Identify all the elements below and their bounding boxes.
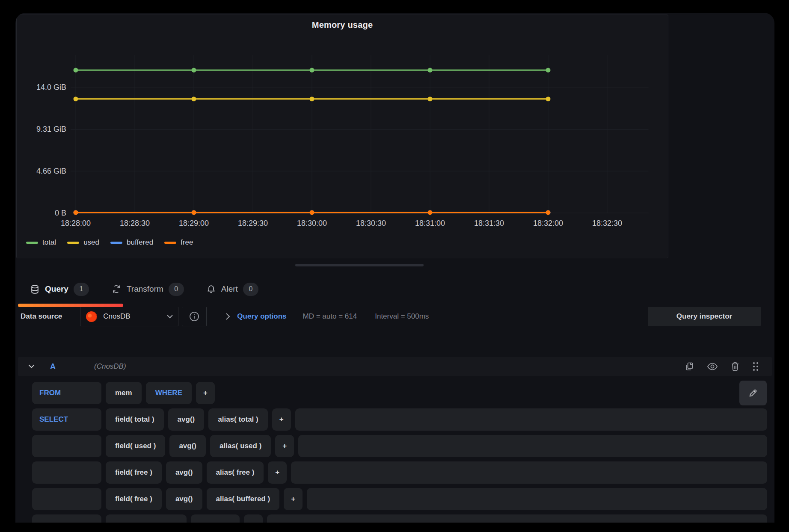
query-row-filler xyxy=(267,514,767,523)
query-part[interactable]: field( free ) xyxy=(106,461,162,484)
legend-item-free[interactable]: free xyxy=(164,238,193,247)
query-options-md-summary: MD = auto = 614 xyxy=(303,312,357,321)
svg-text:18:32:30: 18:32:30 xyxy=(592,219,622,228)
add-part-button[interactable]: + xyxy=(284,488,303,510)
svg-text:18:31:00: 18:31:00 xyxy=(415,219,445,228)
info-icon xyxy=(189,311,200,322)
query-options-toggle[interactable]: Query options xyxy=(237,312,286,321)
svg-text:0 B: 0 B xyxy=(55,209,66,217)
datasource-select[interactable]: CnosDB xyxy=(80,307,178,326)
legend-label: total xyxy=(42,238,56,247)
query-part[interactable]: avg() xyxy=(166,461,202,484)
editor-tabbar: Query 1 Transform 0 Alert 0 xyxy=(15,275,774,304)
row-label-spacer xyxy=(32,461,101,484)
keyword-from: FROM xyxy=(32,382,101,404)
svg-text:18:32:00: 18:32:00 xyxy=(533,219,563,228)
add-part-button[interactable]: + xyxy=(275,435,294,457)
query-part[interactable]: alias( free ) xyxy=(207,461,264,484)
query-part[interactable]: field( used ) xyxy=(106,435,165,457)
query-options-interval-summary: Interval = 500ms xyxy=(375,312,429,321)
query-inspector-button[interactable]: Query inspector xyxy=(648,307,761,326)
svg-text:18:29:00: 18:29:00 xyxy=(179,219,209,228)
query-builder: FROMmemWHERE+SELECTfield( total )avg()al… xyxy=(32,382,767,523)
query-part[interactable]: avg() xyxy=(166,488,202,510)
query-part[interactable]: avg() xyxy=(168,408,205,431)
query-ref-header[interactable]: A (CnosDB) xyxy=(18,357,772,376)
chevron-down-icon xyxy=(167,315,173,319)
legend-label: buffered xyxy=(127,238,153,247)
keyword-select: SELECT xyxy=(32,408,101,431)
tab-alert-count: 0 xyxy=(243,283,258,296)
row-label-spacer xyxy=(32,435,101,457)
svg-text:18:28:00: 18:28:00 xyxy=(61,219,91,228)
query-part[interactable]: avg() xyxy=(169,435,206,457)
tab-query[interactable]: Query 1 xyxy=(30,283,89,296)
query-ref-id: A xyxy=(50,362,56,371)
datasource-row: Data source CnosDB Query o xyxy=(15,307,774,331)
datasource-label: Data source xyxy=(21,312,62,321)
trash-icon[interactable] xyxy=(731,362,739,371)
query-part[interactable]: alias( used ) xyxy=(210,435,271,457)
svg-text:18:31:30: 18:31:30 xyxy=(474,219,504,228)
query-row-from: FROMmemWHERE+ xyxy=(32,382,767,404)
query-part[interactable]: alias( total ) xyxy=(208,408,267,431)
eye-icon[interactable] xyxy=(707,362,718,371)
svg-text:18:29:30: 18:29:30 xyxy=(238,219,268,228)
row-spacer xyxy=(219,382,767,404)
query-ref-datasource-hint: (CnosDB) xyxy=(94,362,126,371)
datasource-info-button[interactable] xyxy=(182,307,207,326)
legend-swatch xyxy=(164,242,176,244)
tab-alert[interactable]: Alert 0 xyxy=(206,283,258,296)
legend-item-buffered[interactable]: buffered xyxy=(110,238,153,247)
edit-query-button[interactable] xyxy=(739,381,767,405)
query-part[interactable]: mem xyxy=(106,382,142,404)
query-row-select-4: field( free )avg()alias( buffered )+ xyxy=(32,488,767,510)
query-row-filler xyxy=(295,408,767,431)
row-label-spacer xyxy=(32,488,101,510)
query-part[interactable]: time( $__interval ) xyxy=(106,514,187,523)
datasource-selected-value: CnosDB xyxy=(103,312,130,321)
legend-swatch xyxy=(110,242,122,244)
svg-text:4.66 GiB: 4.66 GiB xyxy=(36,167,66,175)
svg-text:14.0 GiB: 14.0 GiB xyxy=(36,83,66,92)
memory-usage-chart: 0 B4.66 GiB9.31 GiB14.0 GiB18:28:0018:28… xyxy=(17,15,668,258)
query-row-select-3: field( free )avg()alias( free )+ xyxy=(32,461,767,484)
add-part-button[interactable]: + xyxy=(196,382,215,404)
query-part[interactable]: field( total ) xyxy=(106,408,164,431)
transform-icon xyxy=(111,284,122,294)
pencil-icon xyxy=(748,388,758,398)
svg-text:9.31 GiB: 9.31 GiB xyxy=(36,125,66,133)
legend-item-total[interactable]: total xyxy=(26,238,56,247)
query-part[interactable]: field( free ) xyxy=(106,488,162,510)
legend-label: free xyxy=(181,238,193,247)
tab-transform[interactable]: Transform 0 xyxy=(111,283,184,296)
tab-transform-count: 0 xyxy=(169,283,184,296)
query-part[interactable]: WHERE xyxy=(146,382,192,404)
query-row-filler xyxy=(291,461,767,484)
duplicate-icon[interactable] xyxy=(685,362,694,371)
query-part[interactable]: alias( buffered ) xyxy=(207,488,280,510)
chart-legend: totalusedbufferedfree xyxy=(26,238,193,247)
active-tab-indicator xyxy=(18,304,123,307)
bell-icon xyxy=(206,284,216,294)
angle-right-icon[interactable] xyxy=(225,313,230,320)
add-part-button[interactable]: + xyxy=(244,514,263,523)
grafana-panel-editor-window: Memory usage 0 B4.66 GiB9.31 GiB14.0 GiB… xyxy=(15,13,774,523)
legend-swatch xyxy=(67,242,79,244)
query-row-filler xyxy=(307,488,767,510)
drag-handle-icon[interactable] xyxy=(752,361,759,372)
split-resize-handle[interactable] xyxy=(295,264,424,266)
legend-item-used[interactable]: used xyxy=(67,238,99,247)
legend-swatch xyxy=(26,242,38,244)
database-icon xyxy=(30,284,40,294)
add-part-button[interactable]: + xyxy=(272,408,291,431)
keyword-group-by: GROUP BY xyxy=(32,514,101,523)
svg-text:18:30:00: 18:30:00 xyxy=(297,219,327,228)
datasource-row-clip: Data source CnosDB Query o xyxy=(15,307,774,332)
add-part-button[interactable]: + xyxy=(268,461,287,484)
query-part[interactable]: fill( null ) xyxy=(191,514,240,523)
collapse-chevron-icon[interactable] xyxy=(28,364,35,369)
query-row-group-by: GROUP BYtime( $__interval )fill( null )+ xyxy=(32,514,767,523)
tab-query-count: 1 xyxy=(74,283,89,296)
tab-query-label: Query xyxy=(45,284,68,294)
